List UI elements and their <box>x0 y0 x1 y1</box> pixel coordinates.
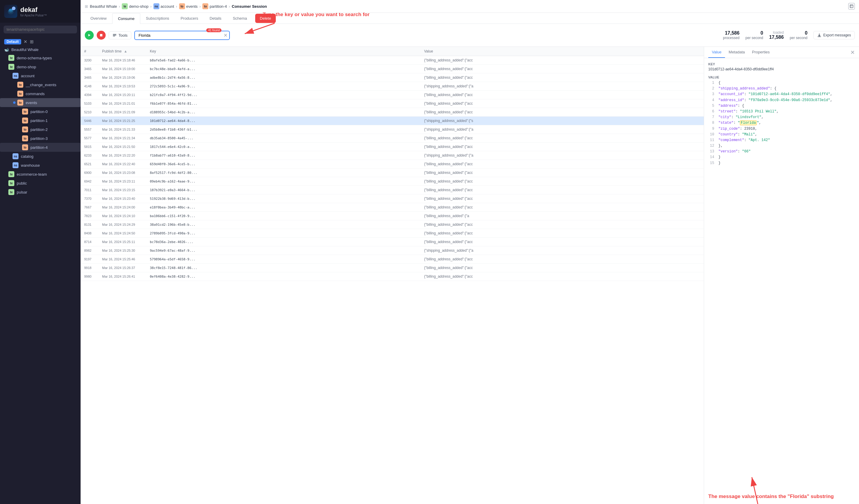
code-line: 12 }, <box>708 143 855 149</box>
processed-rate: 0 <box>760 30 763 36</box>
cell-time: Mar 16, 2024 15:19:06 <box>99 73 146 82</box>
cell-value: {"billing_address_added":{"acc <box>421 108 704 116</box>
sidebar-item-partition-2[interactable]: to partition-2 <box>0 125 80 134</box>
table-row[interactable]: 6942 Mar 16, 2024 15:23:11 09eb4c9b-a162… <box>80 177 704 186</box>
cell-time: Mar 16, 2024 15:23:11 <box>99 177 146 186</box>
default-tab[interactable]: Default ✕ ⊞ <box>0 37 80 46</box>
cell-value: {"shipping_address_added":{"a <box>421 125 704 134</box>
code-line: 1{ <box>708 80 855 86</box>
table-row[interactable]: 6521 Mar 16, 2024 15:22:40 659d40f0-36e6… <box>80 160 704 169</box>
table-row[interactable]: 8714 Mar 16, 2024 15:25:11 bc78d36a-2ebe… <box>80 238 704 246</box>
table-row[interactable]: 7823 Mar 16, 2024 15:24:10 ba106bb6-c151… <box>80 212 704 220</box>
sidebar-item-change-events[interactable]: to __change_events <box>0 80 80 89</box>
sidebar-item-pulsar[interactable]: te pulsar <box>0 188 80 196</box>
table-row[interactable]: 5815 Mar 16, 2024 15:21:50 1817c544-e6e4… <box>80 143 704 151</box>
table-row[interactable]: 4394 Mar 16, 2024 15:20:11 b21fc0a7-4f94… <box>80 91 704 99</box>
table-row[interactable]: 3200 Mar 16, 2024 15:18:46 b8afe5e6-fad2… <box>80 56 704 65</box>
maximize-icon[interactable] <box>848 3 855 10</box>
search-clear-button[interactable]: ✕ <box>224 32 227 38</box>
tab-schema[interactable]: Schema <box>227 13 253 23</box>
badge-te-1: te <box>9 55 14 61</box>
sidebar-item-commands[interactable]: to commands <box>0 89 80 98</box>
breadcrumb-badge-ns: ns <box>153 3 160 9</box>
table-row[interactable]: 7011 Mar 16, 2024 15:23:15 187b3921-e0a3… <box>80 186 704 194</box>
breadcrumb-demo-shop[interactable]: te demo-shop <box>122 3 148 9</box>
table-row[interactable]: 7667 Mar 16, 2024 15:24:00 e18f0bea-3b49… <box>80 203 704 212</box>
cell-key: 5798964a-e5df-4658-9... <box>146 255 421 264</box>
table-row[interactable]: 5557 Mar 16, 2024 15:21:33 2d5b8ee8-f1b8… <box>80 125 704 134</box>
detail-tab-properties[interactable]: Properties <box>749 47 773 58</box>
sidebar-item-ecommerce-team[interactable]: te ecommerce-team <box>0 170 80 179</box>
col-header-time[interactable]: Publish time ▲ <box>99 47 146 56</box>
table-row[interactable]: 3465 Mar 16, 2024 15:19:00 bc7bc48e-bba9… <box>80 65 704 73</box>
table-row[interactable]: 9980 Mar 16, 2024 15:26:41 0ef6408a-4e38… <box>80 272 704 281</box>
table-row[interactable]: 8131 Mar 16, 2024 15:24:29 38a91cd2-196b… <box>80 220 704 229</box>
table-row[interactable]: 5210 Mar 16, 2024 15:21:09 d188955c-54bd… <box>80 108 704 116</box>
sidebar-item-demo-schema-types[interactable]: te demo-schema-types <box>0 53 80 62</box>
breadcrumb-account[interactable]: ns account <box>153 3 174 9</box>
table-row[interactable]: 8982 Mar 16, 2024 15:25:30 9ac594e9-67ac… <box>80 246 704 255</box>
sidebar-item-demo-shop[interactable]: te demo-shop <box>0 62 80 71</box>
sidebar-search-input[interactable] <box>4 26 77 33</box>
table-row[interactable]: 6233 Mar 16, 2024 15:22:20 f1b8ab77-a610… <box>80 151 704 160</box>
stat-processed: 17,586 processed <box>723 30 739 40</box>
tab-subscriptions[interactable]: Subscriptions <box>140 13 175 23</box>
cell-num: 4394 <box>80 91 99 99</box>
cell-time: Mar 16, 2024 15:26:37 <box>99 264 146 272</box>
sidebar-label-partition-3: partition-3 <box>30 136 48 141</box>
content-area: # Publish time ▲ Key Value 3200 Mar 16, … <box>80 47 859 504</box>
sidebar-item-beautiful-whale[interactable]: 🐋 Beautiful Whale <box>0 46 80 53</box>
sidebar-item-warehouse[interactable]: ns warehouse <box>0 161 80 170</box>
tab-consume[interactable]: Consume <box>112 13 140 24</box>
detail-tab-metadata[interactable]: Metadata <box>725 47 748 58</box>
table-row[interactable]: 4148 Mar 16, 2024 15:19:53 272c5093-5c1c… <box>80 82 704 91</box>
sidebar-item-catalog[interactable]: ns catalog <box>0 152 80 161</box>
table-row[interactable]: 9197 Mar 16, 2024 15:25:46 5798964a-e5df… <box>80 255 704 264</box>
sidebar-item-partition-4[interactable]: to partition-4 <box>0 143 80 152</box>
sidebar-label-beautiful-whale: Beautiful Whale <box>11 47 39 52</box>
table-row[interactable]: 9918 Mar 16, 2024 15:26:37 38cf8e15-7248… <box>80 264 704 272</box>
export-button[interactable]: Export messages <box>813 31 855 40</box>
line-content: "address": { <box>719 103 744 109</box>
code-line: 15} <box>708 160 855 166</box>
line-content: }, <box>719 143 723 149</box>
tools-button[interactable]: Tools <box>109 31 131 40</box>
detail-close-button[interactable]: ✕ <box>850 49 855 56</box>
sidebar-item-partition-1[interactable]: to partition-1 <box>0 116 80 125</box>
sidebar-search-area[interactable] <box>0 23 80 36</box>
svg-point-2 <box>9 9 13 11</box>
detail-tab-value[interactable]: Value <box>708 47 725 58</box>
line-content: "country": "Mali", <box>719 132 757 138</box>
table-row[interactable]: 5103 Mar 16, 2024 15:21:01 f6b1e07f-854a… <box>80 99 704 108</box>
breadcrumb-beautiful-whale[interactable]: Beautiful Whale <box>90 4 117 9</box>
sidebar-item-partition-0[interactable]: to partition-0 <box>0 107 80 116</box>
expand-default-icon[interactable]: ⊞ <box>30 39 34 44</box>
table-row[interactable]: 5446 Mar 16, 2024 15:21:25 101d0712-ae64… <box>80 116 704 125</box>
sidebar-item-public[interactable]: te public <box>0 179 80 188</box>
tab-details[interactable]: Details <box>204 13 227 23</box>
tab-producers[interactable]: Producers <box>175 13 204 23</box>
breadcrumb-events[interactable]: to events <box>179 3 198 9</box>
badge-te-public: te <box>9 180 14 186</box>
stop-button[interactable] <box>97 31 106 40</box>
window-maximize[interactable] <box>848 3 855 10</box>
badge-te-ecommerce: te <box>9 171 14 177</box>
table-row[interactable]: 6900 Mar 16, 2024 15:23:08 8af52517-fc9d… <box>80 169 704 177</box>
table-row[interactable]: 3465 Mar 16, 2024 15:19:06 adbe8b1c-2d74… <box>80 73 704 82</box>
logo-icon <box>4 5 17 18</box>
cell-time: Mar 16, 2024 15:21:50 <box>99 143 146 151</box>
sidebar-item-events[interactable]: to events <box>0 98 80 107</box>
sidebar-item-partition-3[interactable]: to partition-3 <box>0 134 80 143</box>
table-row[interactable]: 5577 Mar 16, 2024 15:21:34 db35ab34-8500… <box>80 134 704 143</box>
delete-button[interactable]: Delete <box>255 14 276 23</box>
cell-num: 3200 <box>80 56 99 65</box>
close-default-icon[interactable]: ✕ <box>24 39 28 44</box>
table-row[interactable]: 8408 Mar 16, 2024 15:24:50 2789b095-3fcd… <box>80 229 704 238</box>
table-row[interactable]: 7370 Mar 16, 2024 15:23:40 51922b38-9d69… <box>80 194 704 203</box>
sidebar-item-account[interactable]: ns account <box>0 71 80 80</box>
tab-overview[interactable]: Overview <box>85 13 112 23</box>
cell-key: 0ef6408a-4e38-4282-9... <box>146 272 421 281</box>
breadcrumb-partition-4[interactable]: to partition-4 <box>202 3 227 9</box>
line-content: "city": "Lindsvfort", <box>719 114 764 120</box>
play-button[interactable] <box>85 31 94 40</box>
